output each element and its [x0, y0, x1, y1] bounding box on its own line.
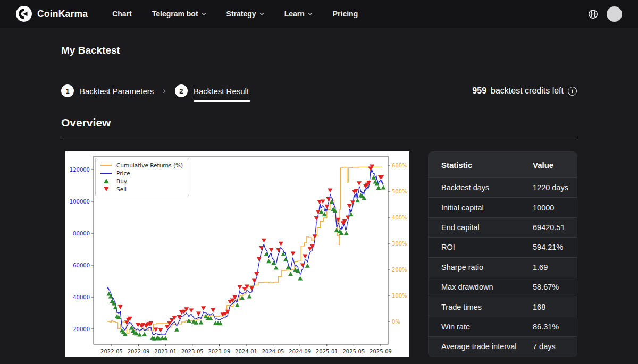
svg-text:100%: 100%	[392, 293, 407, 299]
chevron-down-icon	[259, 12, 264, 15]
stat-value: 86.31%	[533, 323, 577, 331]
table-row: Sharpe ratio1.69	[429, 257, 577, 277]
stat-value: 58.67%	[533, 283, 577, 291]
legend-label: Price	[116, 170, 130, 176]
nav-item-telegram-bot[interactable]: Telegram bot	[152, 10, 206, 18]
nav-item-label: Chart	[112, 10, 132, 18]
stat-value: 10000	[533, 204, 577, 212]
stat-value: 594.21%	[533, 243, 577, 251]
brand[interactable]: CoinKarma	[16, 6, 88, 22]
stat-label: Backtest days	[441, 183, 533, 192]
stat-label: End capital	[441, 223, 533, 232]
nav-item-pricing[interactable]: Pricing	[333, 10, 358, 18]
sell-triangle-icon	[104, 187, 109, 191]
chevron-right-icon: ›	[163, 86, 166, 96]
section-title: Overview	[61, 116, 111, 129]
section-divider	[61, 137, 577, 137]
stat-value: 168	[533, 303, 577, 311]
svg-text:2023-05: 2023-05	[181, 349, 204, 354]
legend-label: Cumulative Returns (%)	[116, 162, 183, 168]
svg-text:2023-09: 2023-09	[208, 349, 231, 354]
legend-sell: Sell	[100, 185, 183, 192]
stat-label: Sharpe ratio	[441, 263, 533, 272]
step-2-number: 2	[175, 84, 188, 97]
legend-label: Sell	[116, 186, 127, 192]
coinkarma-logo-icon	[16, 6, 32, 22]
table-row: ROI594.21%	[429, 237, 577, 257]
svg-text:2024-01: 2024-01	[235, 349, 257, 354]
svg-text:80000: 80000	[73, 231, 90, 236]
globe-icon[interactable]	[587, 9, 599, 20]
nav-item-learn[interactable]: Learn	[284, 10, 313, 18]
stat-label: Win rate	[441, 323, 533, 331]
legend-cumulative-returns: Cumulative Returns (%)	[100, 162, 183, 168]
svg-text:2025-01: 2025-01	[316, 349, 338, 354]
stat-value: 1.69	[533, 263, 577, 272]
stat-value: 69420.51	[533, 223, 577, 232]
stat-label: ROI	[441, 243, 533, 251]
svg-text:2023-01: 2023-01	[154, 349, 177, 354]
table-row: Average trade interval7 days	[429, 336, 577, 356]
table-row: End capital69420.51	[429, 217, 577, 237]
svg-text:20000: 20000	[73, 326, 90, 332]
step-backtest-result[interactable]: 2 Backtest Result	[175, 84, 249, 97]
nav-item-chart[interactable]: Chart	[112, 10, 132, 18]
step-1-label: Backtest Parameters	[80, 87, 154, 96]
table-row: Initial capital10000	[429, 197, 577, 217]
svg-text:2022-05: 2022-05	[100, 349, 123, 354]
avatar[interactable]	[607, 6, 622, 22]
table-row: Backtest days1220 days	[429, 177, 577, 197]
credits-label: backtest credits left	[491, 86, 564, 96]
nav-item-label: Strategy	[226, 10, 256, 18]
navbar: CoinKarma ChartTelegram botStrategyLearn…	[0, 0, 638, 28]
svg-text:100000: 100000	[70, 199, 90, 205]
nav-item-strategy[interactable]: Strategy	[226, 10, 264, 18]
header-statistic: Statistic	[441, 160, 533, 170]
svg-text:400%: 400%	[392, 215, 407, 221]
backtest-chart: 200004000060000800001000001200000%100%20…	[65, 151, 409, 357]
chevron-down-icon	[308, 12, 313, 15]
stat-label: Trade times	[441, 303, 533, 311]
stat-label: Initial capital	[441, 204, 533, 212]
nav-item-label: Learn	[284, 10, 305, 18]
header-value: Value	[533, 160, 577, 170]
step-1-number: 1	[61, 84, 74, 97]
step-2-label: Backtest Result	[194, 87, 249, 96]
table-row: Trade times168	[429, 297, 577, 316]
svg-text:40000: 40000	[73, 294, 90, 300]
nav-right	[587, 6, 622, 22]
legend-label: Buy	[116, 178, 127, 184]
stepper: 1 Backtest Parameters › 2 Backtest Resul…	[61, 84, 577, 97]
nav-items: ChartTelegram botStrategyLearnPricing	[112, 10, 358, 18]
svg-text:2025-09: 2025-09	[370, 349, 392, 354]
svg-text:200%: 200%	[392, 267, 407, 273]
legend-line-icon	[100, 165, 112, 166]
backtest-credits: 959 backtest credits left i	[472, 86, 577, 96]
stat-value: 1220 days	[533, 183, 577, 192]
svg-text:600%: 600%	[392, 163, 407, 168]
stat-label: Max drawdown	[441, 283, 533, 291]
stats-table-header: Statistic Value	[429, 152, 577, 177]
legend-line-icon	[100, 173, 112, 174]
legend-buy: Buy	[100, 177, 183, 184]
buy-triangle-icon	[104, 179, 109, 183]
svg-text:2024-05: 2024-05	[262, 349, 284, 354]
stat-label: Average trade interval	[441, 342, 533, 351]
svg-text:300%: 300%	[392, 241, 407, 247]
stat-value: 7 days	[533, 342, 577, 351]
svg-text:2024-09: 2024-09	[289, 349, 311, 354]
brand-name: CoinKarma	[37, 9, 88, 20]
legend-price: Price	[100, 170, 183, 176]
page-title: My Backtest	[61, 45, 120, 56]
nav-item-label: Pricing	[333, 10, 358, 18]
chevron-down-icon	[202, 12, 206, 15]
info-icon[interactable]: i	[568, 87, 577, 96]
credits-count: 959	[472, 86, 486, 96]
svg-text:0%: 0%	[392, 319, 400, 325]
table-row: Win rate86.31%	[429, 317, 577, 336]
step-backtest-parameters[interactable]: 1 Backtest Parameters	[61, 84, 154, 97]
svg-text:120000: 120000	[70, 167, 90, 173]
stats-table: Statistic Value Backtest days1220 daysIn…	[428, 151, 577, 357]
svg-text:60000: 60000	[73, 263, 90, 268]
table-row: Max drawdown58.67%	[429, 277, 577, 297]
